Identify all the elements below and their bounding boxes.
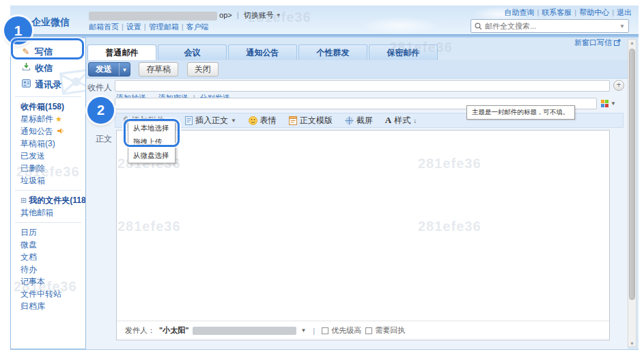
separator: | [141,23,149,31]
folder-label: 通知公告 [20,126,53,136]
tab-personalized-mass[interactable]: 个性群发 [298,44,367,60]
tab-confidential-mail[interactable]: 保密邮件 [369,44,438,60]
quick-links: 自助查询|联系客服|帮助中心|退出 [504,8,632,18]
emoji-icon [249,116,257,125]
separator: | [234,11,242,19]
sender-name: "小太阳" [159,325,188,336]
style-arrow-icon: ↓ [413,117,417,124]
sidebar-folder-notices[interactable]: 通知公告 [11,125,85,137]
recipient-input[interactable] [115,80,610,92]
sidebar-app-todo[interactable]: 待办 [11,263,85,275]
body-editor[interactable]: 发件人： "小太阳" ▼ | 优先级高 需要回执 [116,130,610,340]
insert-body-label: 插入正文 [195,115,228,126]
insert-body-button[interactable]: 插入正文 ▼ [185,115,236,126]
account-bar: op> | 切换账号 ▼ [89,10,281,21]
sidebar-other-mailbox[interactable]: 其他邮箱 [11,206,85,219]
search-box[interactable]: ▼ [471,19,629,33]
sidebar-folder-deleted[interactable]: 已删除 [11,162,85,174]
annotation-box-attach-menu [124,119,180,147]
separator: | [179,23,186,31]
priority-label: 优先级高 [331,325,361,336]
vertical-scrollbar[interactable]: ▲ ▼ [628,39,636,347]
tag-arrow-icon: ▼ [611,100,616,107]
search-input[interactable] [485,22,619,30]
folder-label: 我的文件夹(118) [29,195,86,205]
switch-account-link[interactable]: 切换账号 [244,11,274,19]
template-button[interactable]: 正文模版 [289,115,333,126]
save-draft-button[interactable]: 存草稿 [139,62,178,77]
scrollbar-thumb[interactable] [629,49,635,300]
expand-icon[interactable]: ⊞ [20,196,27,204]
template-icon [289,116,297,125]
style-label: 样式 [394,115,410,126]
sender-arrow-icon[interactable]: ▼ [300,327,306,334]
emoji-button[interactable]: 表情 [249,115,277,126]
mailbox-nav: 邮箱首页|设置|管理邮箱|客户端 [89,22,209,32]
checkbox-icon[interactable] [365,327,372,334]
tab-notice[interactable]: 通知公告 [228,44,297,60]
send-options-arrow-icon[interactable]: ▼ [119,63,130,76]
new-window-icon [614,39,621,46]
client-link[interactable]: 客户端 [186,23,209,31]
sidebar-my-folders[interactable]: ⊞我的文件夹(118) [11,194,85,206]
contact-support-link[interactable]: 联系客服 [542,8,572,16]
send-button-label: 发送 [89,64,119,75]
folder-label: 星标邮件 [20,114,53,124]
menu-item-wedrive-select[interactable]: 从微盘选择 [128,149,175,163]
tab-meeting[interactable]: 会议 [158,44,227,60]
checkbox-icon[interactable] [322,327,328,334]
help-center-link[interactable]: 帮助中心 [579,8,609,16]
chevron-down-icon: ▼ [276,12,281,18]
sidebar-app-notebook[interactable]: 记事本 [11,275,85,288]
sidebar-app-calendar[interactable]: 日历 [11,226,85,239]
style-button[interactable]: A 样式 ↓ [385,115,417,126]
emoji-label: 表情 [260,115,277,126]
settings-link[interactable]: 设置 [126,23,141,31]
recipient-label: 收件人 [86,82,112,94]
tag-color-picker[interactable]: ▼ [601,100,608,107]
receipt-checkbox[interactable]: 需要回执 [365,325,405,336]
mailbox-home-link[interactable]: 邮箱首页 [89,23,119,31]
compose-panel: 新窗口写信 普通邮件 会议 通知公告 个性群发 保密邮件 发送 ▼ 存草稿 关闭… [86,38,639,350]
style-letter-icon: A [385,115,391,126]
separator: | [310,327,318,335]
sidebar-app-wedrive[interactable]: 微盘 [11,239,85,251]
add-contact-button[interactable]: + [613,80,624,91]
sidebar-folder-drafts[interactable]: 草稿箱(3) [11,137,85,150]
sidebar-app-file-transfer[interactable]: 文件中转站 [11,288,85,300]
close-button[interactable]: 关闭 [187,62,219,77]
annotation-step-2: 2 [87,97,114,124]
sidebar-folder-trash[interactable]: 垃圾箱 [11,174,85,187]
compose-tabs: 普通邮件 会议 通知公告 个性群发 保密邮件 [87,44,439,60]
sidebar-item-contacts[interactable]: 通讯录 [11,77,85,93]
tab-normal-mail[interactable]: 普通邮件 [87,44,156,60]
screenshot-icon [345,116,354,125]
manage-mailbox-link[interactable]: 管理邮箱 [149,23,179,31]
webmail-app: 自助查询|联系客服|帮助中心|退出 企业微信 op> | 切换账号 ▼ 邮箱首页… [10,5,639,350]
sidebar-folder-sent[interactable]: 已发送 [11,150,85,162]
sidebar: ✉ ✎写信 收信 [10,38,86,349]
scroll-up-icon[interactable]: ▲ [628,40,636,45]
self-service-link[interactable]: 自助查询 [504,8,534,16]
star-icon: ★ [55,115,62,123]
sidebar-folder-starred[interactable]: 星标邮件★ [11,113,85,125]
scroll-down-icon[interactable]: ▼ [628,341,636,346]
send-button[interactable]: 发送 ▼ [88,62,130,77]
logout-link[interactable]: 退出 [617,8,632,16]
sidebar-app-docs[interactable]: 文档 [11,251,85,263]
editor-footer: 发件人： "小太阳" ▼ | 优先级高 需要回执 [117,321,609,340]
redacted-sender-email [193,327,296,335]
sidebar-item-receive[interactable]: 收信 [11,60,85,77]
separator: | [609,8,617,16]
annotation-box-compose [11,38,84,59]
search-options-arrow-icon[interactable]: ▼ [619,23,625,29]
separator: | [572,8,579,16]
separator: | [119,23,126,31]
new-window-compose[interactable]: 新窗口写信 [574,38,621,48]
screenshot-button[interactable]: 截屏 [345,115,373,126]
compose-action-bar: 发送 ▼ 存草稿 关闭 [86,60,628,79]
body-label: 正文 [86,133,112,145]
priority-checkbox[interactable]: 优先级高 [322,325,361,336]
contacts-icon [20,77,31,93]
sidebar-app-archive[interactable]: 归档库 [11,300,85,312]
